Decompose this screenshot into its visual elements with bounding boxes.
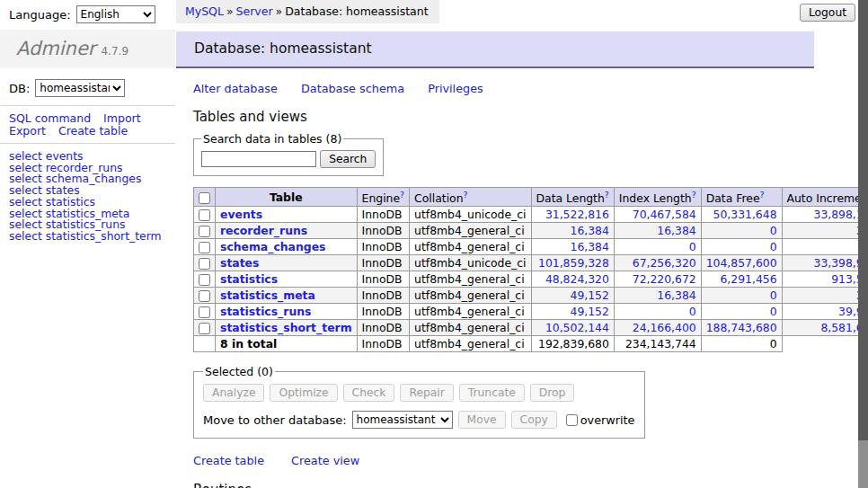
row-checkbox[interactable] — [199, 242, 210, 253]
create-table-link-sidebar[interactable]: Create table — [58, 124, 128, 138]
cell-collation: utf8mb4_general_ci — [410, 304, 531, 320]
row-checkbox[interactable] — [199, 226, 210, 237]
cell-index-length[interactable]: 16,384 — [614, 288, 701, 304]
cell-auto-increment[interactable]: 913,577 — [782, 271, 868, 288]
column-header-auto-increment: Auto Increment? — [782, 188, 868, 207]
create-table-link[interactable]: Create table — [193, 454, 264, 467]
cell-index-length[interactable]: 0 — [614, 239, 701, 255]
cell-data-length[interactable]: 101,859,328 — [531, 255, 614, 271]
help-link-icon[interactable]: ? — [400, 190, 404, 200]
table-link[interactable]: statistics_short_term — [220, 321, 352, 334]
export-link[interactable]: Export — [9, 124, 46, 138]
cell-data-length[interactable]: 16,384 — [531, 239, 614, 255]
move-button[interactable]: Move — [458, 411, 506, 429]
table-header-row: Table Engine? Collation? Data Length? In… — [194, 188, 868, 207]
privileges-link[interactable]: Privileges — [428, 82, 483, 95]
cell-auto-increment[interactable]: 39,999 — [782, 304, 868, 320]
cell-data-length[interactable]: 49,152 — [531, 304, 614, 320]
row-checkbox[interactable] — [199, 306, 210, 318]
truncate-button[interactable]: Truncate — [459, 384, 525, 402]
cell-data-free[interactable]: 0 — [701, 304, 782, 320]
cell-auto-increment[interactable]: 325 — [782, 288, 868, 304]
cell-data-free[interactable]: 0 — [701, 239, 782, 255]
analyze-button[interactable]: Analyze — [203, 384, 264, 402]
tables-and-views-heading: Tables and views — [193, 109, 814, 125]
cell-auto-increment[interactable]: 8,581,645 — [782, 320, 868, 336]
table-row: schema_changes InnoDB utf8mb4_general_ci… — [194, 239, 868, 255]
help-link-icon[interactable]: ? — [605, 190, 609, 200]
drop-button[interactable]: Drop — [530, 384, 575, 402]
row-checkbox[interactable] — [199, 323, 210, 334]
cell-data-free[interactable]: 104,857,600 — [701, 255, 782, 271]
cell-data-free[interactable]: 0 — [701, 288, 782, 304]
overwrite-option: overwrite — [566, 413, 635, 427]
tables-overview-table: Table Engine? Collation? Data Length? In… — [193, 187, 868, 352]
import-link[interactable]: Import — [103, 111, 141, 125]
search-button[interactable]: Search — [320, 150, 376, 168]
cell-index-length[interactable]: 70,467,584 — [614, 207, 701, 223]
selected-fieldset: Selected (0) Analyze Optimize Check Repa… — [193, 365, 645, 439]
cell-data-free[interactable]: 6,291,456 — [701, 271, 782, 288]
sidebar-item-select-statistics-short-term[interactable]: select statistics_short_term — [9, 229, 162, 243]
row-checkbox[interactable] — [199, 209, 210, 221]
cell-data-length[interactable]: 10,502,144 — [531, 320, 614, 336]
logout-button[interactable]: Logout — [800, 4, 855, 22]
cell-data-length[interactable]: 31,522,816 — [531, 207, 614, 223]
table-link[interactable]: schema_changes — [220, 240, 325, 253]
db-select[interactable]: homeassistant — [35, 79, 125, 97]
help-link-icon[interactable]: ? — [692, 190, 696, 200]
overwrite-label: overwrite — [580, 413, 635, 427]
table-link[interactable]: events — [220, 208, 262, 221]
language-select[interactable]: English — [76, 5, 155, 23]
cell-data-length[interactable]: 16,384 — [531, 223, 614, 239]
cell-engine: InnoDB — [357, 223, 410, 239]
sql-command-link[interactable]: SQL command — [9, 111, 91, 125]
cell-auto-increment[interactable]: 378 — [782, 223, 868, 239]
breadcrumb-mysql-link[interactable]: MySQL — [185, 4, 224, 18]
cell-auto-increment[interactable]: 6 — [782, 239, 868, 255]
create-view-link[interactable]: Create view — [291, 454, 359, 467]
cell-index-length[interactable]: 24,166,400 — [614, 320, 701, 336]
help-link-icon[interactable]: ? — [464, 190, 468, 200]
cell-index-length[interactable]: 16,384 — [614, 223, 701, 239]
db-label: DB: — [9, 82, 30, 95]
language-label: Language: — [9, 8, 71, 22]
list-item: select statistics_short_term — [9, 231, 175, 243]
repair-button[interactable]: Repair — [400, 384, 453, 402]
row-checkbox[interactable] — [199, 290, 210, 302]
copy-button[interactable]: Copy — [511, 411, 557, 429]
scrollbar-thumb[interactable] — [858, 0, 868, 440]
column-header-engine: Engine? — [357, 188, 410, 207]
row-checkbox[interactable] — [199, 258, 210, 270]
cell-auto-increment[interactable]: 33,398,984 — [782, 255, 868, 271]
cell-index-length[interactable]: 0 — [614, 304, 701, 320]
help-link-icon[interactable]: ? — [760, 190, 765, 200]
search-input[interactable] — [201, 151, 316, 167]
cell-index-length[interactable]: 67,256,320 — [614, 255, 701, 271]
table-row: statistics_meta InnoDB utf8mb4_general_c… — [194, 288, 868, 304]
cell-data-free[interactable]: 50,331,648 — [701, 207, 782, 223]
table-row: statistics_runs InnoDB utf8mb4_general_c… — [194, 304, 868, 320]
vertical-scrollbar[interactable] — [858, 0, 868, 488]
cell-data-length[interactable]: 48,824,320 — [531, 271, 614, 288]
cell-data-free[interactable]: 0 — [701, 223, 782, 239]
overwrite-checkbox[interactable] — [566, 414, 578, 426]
table-link[interactable]: states — [220, 256, 259, 270]
cell-auto-increment[interactable]: 33,898,196 — [782, 207, 868, 223]
column-header-collation: Collation? — [410, 188, 531, 207]
table-link[interactable]: statistics_runs — [220, 305, 311, 318]
cell-index-length[interactable]: 72,220,672 — [614, 271, 701, 288]
table-link[interactable]: recorder_runs — [220, 224, 307, 237]
cell-data-free[interactable]: 188,743,680 — [701, 320, 782, 336]
database-schema-link[interactable]: Database schema — [301, 82, 404, 95]
table-link[interactable]: statistics_meta — [220, 288, 315, 302]
table-link[interactable]: statistics — [220, 272, 278, 286]
select-all-checkbox[interactable] — [199, 192, 210, 204]
breadcrumb-server-link[interactable]: Server — [236, 4, 273, 18]
alter-database-link[interactable]: Alter database — [193, 82, 278, 95]
check-button[interactable]: Check — [343, 384, 395, 402]
move-database-select[interactable]: homeassistant — [352, 411, 453, 429]
cell-data-length[interactable]: 49,152 — [531, 288, 614, 304]
optimize-button[interactable]: Optimize — [270, 384, 337, 402]
row-checkbox[interactable] — [199, 274, 210, 286]
